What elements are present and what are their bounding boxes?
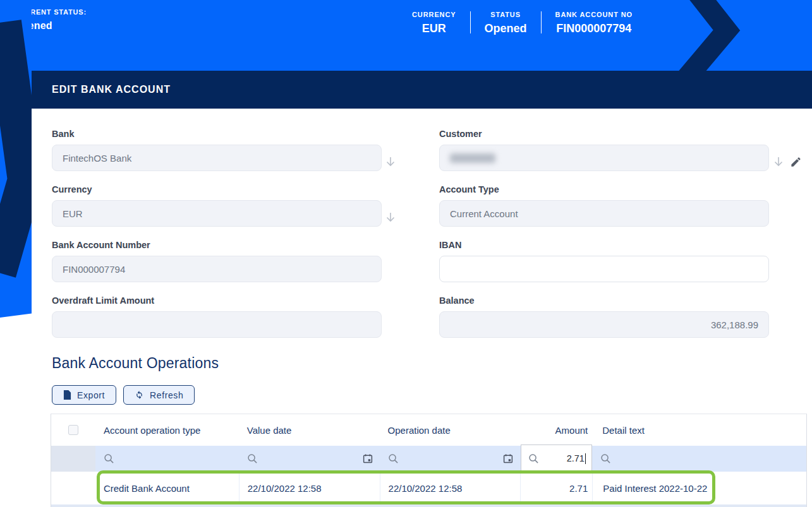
row-cell-operation-type[interactable]: Credit Bank Account <box>95 472 239 504</box>
select-all-checkbox[interactable] <box>68 425 78 435</box>
bank-account-form: Bank FintechOS Bank Customer <box>52 129 769 338</box>
top-status-header: CURRENT STATUS: Opened CURRENCY EUR STAT… <box>0 0 812 71</box>
row-cell-select[interactable] <box>51 472 95 504</box>
row-cell-detail-text[interactable]: Paid Interest 2022-10-22 <box>592 472 806 504</box>
field-bank-account-number: Bank Account Number FIN000007794 <box>52 240 382 282</box>
table-header-row: Account operation type Value date Operat… <box>51 414 806 446</box>
stat-status: STATUS Opened <box>471 11 541 35</box>
currency-label: Currency <box>52 184 382 194</box>
field-bank: Bank FintechOS Bank <box>52 129 382 171</box>
filter-value-date[interactable] <box>239 446 380 472</box>
overdraft-limit-label: Overdraft Limit Amount <box>52 295 382 306</box>
balance-label: Balance <box>439 295 769 306</box>
header-stats: CURRENCY EUR STATUS Opened BANK ACCOUNT … <box>398 11 646 35</box>
decorative-left-band <box>0 0 32 318</box>
page-title-bar: EDIT BANK ACCOUNT <box>32 71 812 109</box>
row-cell-value-date[interactable]: 22/10/2022 12:58 <box>239 472 380 504</box>
calendar-icon[interactable] <box>362 453 373 465</box>
row-cell-operation-date[interactable]: 22/10/2022 12:58 <box>380 472 521 504</box>
row-cell-amount[interactable]: 2.71 <box>520 472 592 504</box>
dropdown-arrow-icon[interactable] <box>384 211 397 224</box>
field-iban: IBAN <box>439 240 769 282</box>
field-currency: Currency EUR <box>52 184 382 227</box>
stat-currency-value: EUR <box>412 22 456 35</box>
stat-account-no-value: FIN000007794 <box>555 22 633 35</box>
operations-table: Account operation type Value date Operat… <box>51 414 807 507</box>
operations-toolbar: Export Refresh <box>52 385 195 405</box>
header-cell-select <box>51 425 95 435</box>
field-balance: Balance 362,188.99 <box>439 295 769 338</box>
filter-operation-date[interactable] <box>380 446 521 472</box>
stat-status-label: STATUS <box>485 11 527 18</box>
table-row[interactable]: Credit Bank Account 22/10/2022 12:58 22/… <box>51 472 806 504</box>
iban-input[interactable] <box>439 256 769 282</box>
refresh-icon <box>135 390 144 400</box>
overdraft-limit-input[interactable] <box>52 311 382 338</box>
account-type-label: Account Type <box>439 184 769 194</box>
account-type-input[interactable]: Current Account <box>439 200 769 227</box>
export-button[interactable]: Export <box>52 385 116 405</box>
field-customer: Customer <box>439 129 769 171</box>
bank-account-number-input[interactable]: FIN000007794 <box>52 256 382 282</box>
search-icon <box>528 453 539 464</box>
redacted-customer-value <box>450 153 495 163</box>
dropdown-arrow-icon[interactable] <box>772 155 785 168</box>
search-icon <box>388 453 399 464</box>
bank-account-number-label: Bank Account Number <box>52 240 382 250</box>
dropdown-arrow-icon[interactable] <box>384 155 397 168</box>
stat-currency-label: CURRENCY <box>412 11 456 18</box>
header-cell-value-date[interactable]: Value date <box>239 425 380 436</box>
refresh-button-label: Refresh <box>150 390 183 400</box>
balance-input[interactable]: 362,188.99 <box>439 311 769 338</box>
filter-amount: 2.71 <box>520 446 592 472</box>
table-filter-row: 2.71 <box>51 446 806 472</box>
amount-filter-value: 2.71 <box>567 453 585 463</box>
header-cell-amount[interactable]: Amount <box>520 425 592 436</box>
customer-input[interactable] <box>439 145 769 171</box>
operations-heading: Bank Account Operations <box>52 355 219 372</box>
stat-status-value: Opened <box>485 22 527 35</box>
page-title: EDIT BANK ACCOUNT <box>32 84 171 95</box>
document-icon <box>63 390 71 400</box>
search-icon <box>600 453 611 464</box>
header-cell-operation-date[interactable]: Operation date <box>380 425 521 436</box>
filter-detail-text[interactable] <box>592 446 806 472</box>
iban-label: IBAN <box>439 240 769 250</box>
field-account-type: Account Type Current Account <box>439 184 769 227</box>
text-cursor <box>585 453 586 464</box>
refresh-button[interactable]: Refresh <box>123 385 195 405</box>
calendar-icon[interactable] <box>502 453 514 465</box>
stat-account-no: BANK ACCOUNT NO FIN000007794 <box>542 11 646 35</box>
header-cell-operation-type[interactable]: Account operation type <box>95 425 239 436</box>
filter-cell-select <box>51 446 95 472</box>
bank-label: Bank <box>52 129 382 139</box>
filter-operation-type[interactable] <box>95 446 239 472</box>
header-cell-detail-text[interactable]: Detail text <box>592 425 806 436</box>
customer-label: Customer <box>439 129 769 139</box>
amount-filter-input[interactable]: 2.71 <box>521 444 592 472</box>
edit-pencil-icon[interactable] <box>790 156 802 168</box>
export-button-label: Export <box>77 390 105 400</box>
stat-account-no-label: BANK ACCOUNT NO <box>555 11 633 18</box>
search-icon <box>247 453 258 464</box>
bank-input[interactable]: FintechOS Bank <box>52 145 382 171</box>
field-overdraft-limit: Overdraft Limit Amount <box>52 295 382 338</box>
currency-input[interactable]: EUR <box>52 200 382 227</box>
decorative-chevron-band <box>0 0 32 318</box>
stat-currency: CURRENCY EUR <box>398 11 470 35</box>
decorative-chevron-graphic <box>667 0 755 71</box>
next-row-edge <box>51 504 806 507</box>
search-icon <box>104 453 114 464</box>
